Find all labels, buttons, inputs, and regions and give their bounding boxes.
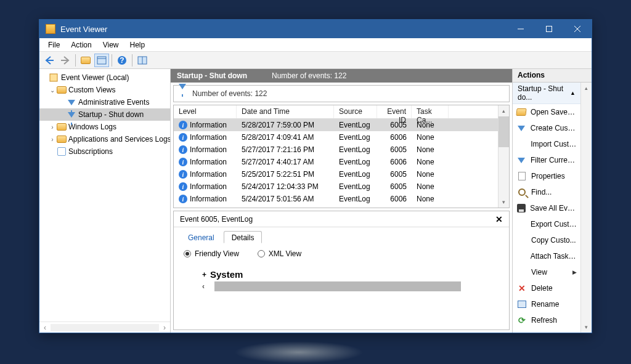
action-item[interactable]: Import Custo... (513, 136, 580, 152)
col-taskcat[interactable]: Task Ca... (412, 105, 449, 118)
chevron-down-icon[interactable]: ⌄ (48, 87, 57, 94)
grid-header[interactable]: Level Date and Time Source Event ID Task… (174, 105, 498, 119)
refresh-pane-button[interactable] (135, 54, 150, 67)
back-button[interactable] (42, 54, 57, 67)
action-item[interactable]: Attach Task T... (513, 248, 580, 264)
detail-close-button[interactable]: ✕ (495, 214, 503, 224)
info-icon: i (179, 170, 187, 179)
action-item[interactable]: Properties (513, 168, 580, 184)
folder-open-icon (516, 107, 527, 117)
blank-icon (516, 219, 527, 229)
tree-root[interactable]: Event Viewer (Local) (39, 71, 170, 84)
chevron-right-icon[interactable]: › (48, 124, 57, 131)
ren-icon (516, 299, 527, 309)
tree-subscriptions[interactable]: Subscriptions (39, 145, 170, 158)
tree-custom-views[interactable]: ⌄ Custom Views (39, 84, 170, 96)
chevron-right-icon: ▶ (572, 269, 577, 275)
actions-vscroll[interactable]: ▴▾ (580, 83, 592, 333)
table-row[interactable]: iInformation5/27/2017 4:40:17 AMEventLog… (174, 156, 498, 168)
maximize-button[interactable] (535, 20, 563, 38)
title-bar[interactable]: Event Viewer (39, 20, 592, 38)
table-row[interactable]: iInformation5/24/2017 5:01:56 AMEventLog… (174, 193, 498, 205)
radio-icon (184, 250, 191, 257)
actions-heading: Actions (513, 69, 592, 83)
blank-icon (516, 267, 527, 277)
show-preview-button[interactable] (94, 54, 109, 67)
col-date[interactable]: Date and Time (237, 105, 334, 118)
table-row[interactable]: iInformation5/27/2017 7:21:16 PMEventLog… (174, 144, 498, 156)
blank-icon (516, 251, 527, 261)
info-icon: i (179, 195, 187, 203)
chevron-up-icon: ▲ (570, 90, 576, 96)
forward-button[interactable] (58, 54, 73, 67)
table-row[interactable]: iInformation5/24/2017 12:04:33 PMEventLo… (174, 180, 498, 193)
close-button[interactable] (563, 20, 592, 38)
tab-general[interactable]: General (180, 231, 222, 243)
action-item[interactable]: ⟳Refresh (513, 312, 580, 328)
info-icon: i (179, 158, 187, 166)
action-item[interactable]: View▶ (513, 264, 580, 280)
menu-view[interactable]: View (98, 39, 124, 51)
tree-app-services-logs[interactable]: › Applications and Services Logs (39, 133, 170, 145)
col-source[interactable]: Source (334, 105, 377, 118)
detail-hscroll[interactable] (214, 281, 461, 291)
event-viewer-window: Event Viewer File Action View Help ? (39, 19, 592, 333)
menu-help[interactable]: Help (125, 39, 150, 51)
blank-icon (516, 139, 527, 149)
radio-icon (258, 250, 265, 257)
col-level[interactable]: Level (174, 105, 237, 118)
action-item[interactable]: Save All Even... (513, 200, 580, 216)
action-item[interactable]: Copy Custo... (513, 232, 580, 248)
tree-startup-shutdown[interactable]: Startup - Shut down (39, 108, 170, 121)
help-button[interactable]: ? (115, 54, 129, 67)
tree-hscroll[interactable]: ‹› (39, 322, 170, 333)
funnel-icon (68, 100, 75, 105)
menu-action[interactable]: Action (66, 39, 96, 51)
tab-details[interactable]: Details (224, 231, 263, 243)
detail-title: Event 6005, EventLog (180, 215, 253, 224)
action-item[interactable]: Open Saved ... (513, 104, 580, 120)
grid-vscroll[interactable]: ▴▾ (498, 105, 509, 208)
table-row[interactable]: iInformation5/25/2017 5:22:51 PMEventLog… (174, 168, 498, 180)
tree-admin-events[interactable]: Administrative Events (39, 96, 170, 108)
center-pane: Startup - Shut down Number of events: 12… (171, 69, 513, 333)
table-row[interactable]: iInformation5/28/2017 7:59:00 PMEventLog… (174, 119, 498, 131)
page-icon (516, 171, 527, 181)
action-item[interactable]: Find... (513, 184, 580, 200)
detail-tabs: General Details (174, 227, 509, 243)
show-tree-button[interactable] (78, 54, 93, 67)
chevron-left-icon[interactable]: ‹ (202, 282, 214, 291)
radio-xml-view[interactable]: XML View (258, 249, 301, 258)
chevron-right-icon[interactable]: › (48, 136, 57, 143)
center-header: Startup - Shut down Number of events: 12… (171, 69, 512, 83)
tree-pane: Event Viewer (Local) ⌄ Custom Views Admi… (39, 69, 171, 333)
action-item[interactable]: Create Custo... (513, 120, 580, 136)
minimize-button[interactable] (507, 20, 535, 38)
info-icon: i (179, 121, 187, 129)
svg-rect-1 (547, 26, 552, 32)
book-icon (57, 147, 66, 156)
svg-rect-10 (50, 74, 57, 81)
action-item[interactable]: Filter Current... (513, 152, 580, 168)
funnel-icon (68, 112, 75, 118)
action-item[interactable]: Rename (513, 296, 580, 312)
svg-text:?: ? (120, 56, 124, 65)
system-expander[interactable]: + System (202, 269, 499, 280)
tree-windows-logs[interactable]: › Windows Logs (39, 121, 170, 133)
action-item[interactable]: Export Custo... (513, 216, 580, 232)
filter-bar[interactable]: Number of events: 122 (173, 85, 510, 102)
tree[interactable]: Event Viewer (Local) ⌄ Custom Views Admi… (39, 69, 170, 322)
action-item[interactable]: ✕Delete (513, 280, 580, 296)
actions-group[interactable]: Startup - Shut do... ▲ (513, 83, 580, 104)
toolbar: ? (39, 52, 592, 69)
actions-pane: Actions Startup - Shut do... ▲ Open Save… (513, 69, 592, 333)
mag-icon (516, 187, 527, 197)
menu-file[interactable]: File (43, 39, 65, 51)
funnel-icon (516, 123, 527, 133)
table-row[interactable]: iInformation5/28/2017 4:09:41 AMEventLog… (174, 131, 498, 144)
detail-pane: Event 6005, EventLog ✕ General Details F… (173, 211, 510, 330)
blank-icon (516, 235, 527, 245)
info-icon: i (179, 133, 187, 142)
radio-friendly-view[interactable]: Friendly View (184, 249, 239, 258)
col-eventid[interactable]: Event ID (377, 105, 412, 118)
